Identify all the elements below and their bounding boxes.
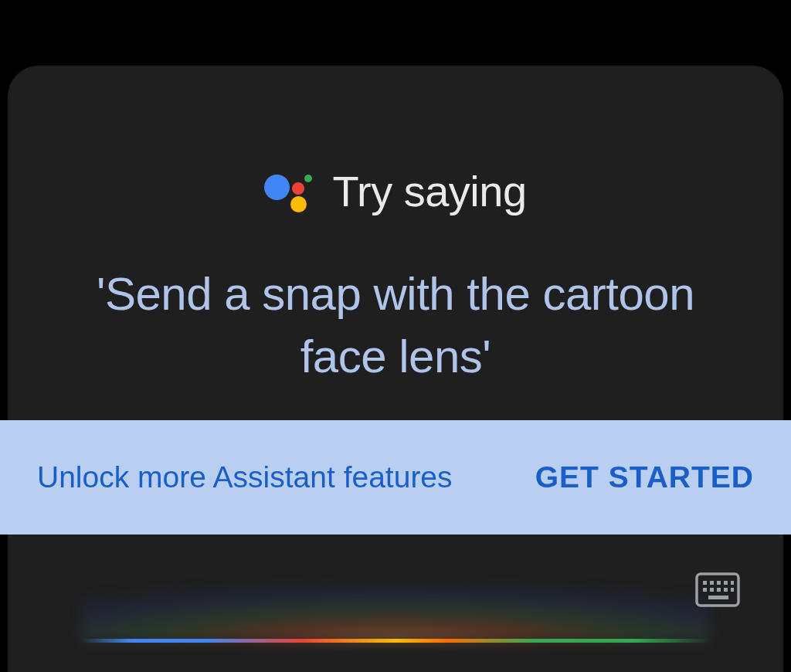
svg-rect-7: [710, 588, 714, 592]
svg-rect-10: [731, 588, 734, 592]
svg-rect-3: [717, 581, 721, 585]
svg-rect-8: [717, 588, 721, 592]
try-saying-title: Try saying: [332, 166, 526, 216]
keyboard-input-icon[interactable]: [695, 572, 740, 607]
svg-rect-6: [703, 588, 707, 592]
get-started-button[interactable]: GET STARTED: [535, 460, 754, 494]
svg-rect-5: [731, 581, 734, 585]
svg-rect-1: [703, 581, 707, 585]
banner-message: Unlock more Assistant features: [37, 460, 453, 494]
listening-glow: [81, 565, 710, 642]
svg-rect-11: [708, 596, 728, 599]
svg-rect-4: [724, 581, 728, 585]
google-assistant-logo-icon: [264, 170, 314, 213]
svg-rect-9: [724, 588, 728, 592]
header-row: Try saying: [8, 66, 783, 216]
voice-suggestion-text[interactable]: 'Send a snap with the cartoon face lens': [8, 216, 783, 388]
listening-indicator: [81, 639, 710, 643]
svg-rect-2: [710, 581, 714, 585]
unlock-features-banner: Unlock more Assistant features GET START…: [0, 420, 791, 535]
bottom-input-area: [0, 535, 791, 672]
